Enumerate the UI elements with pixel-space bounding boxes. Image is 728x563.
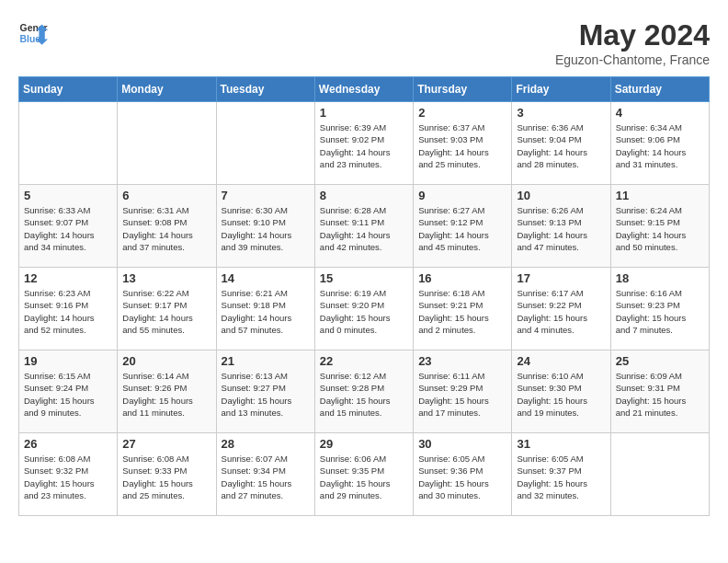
day-info: Sunrise: 6:31 AM Sunset: 9:08 PM Dayligh… [122, 204, 210, 253]
calendar-cell: 28Sunrise: 6:07 AM Sunset: 9:34 PM Dayli… [216, 433, 314, 516]
day-number: 25 [616, 354, 704, 368]
day-number: 5 [24, 189, 112, 202]
day-info: Sunrise: 6:22 AM Sunset: 9:17 PM Dayligh… [122, 287, 210, 336]
day-number: 7 [222, 189, 310, 202]
weekday-header-tuesday: Tuesday [216, 77, 314, 102]
day-number: 10 [517, 189, 605, 202]
calendar-cell [118, 102, 216, 185]
day-info: Sunrise: 6:06 AM Sunset: 9:35 PM Dayligh… [320, 453, 408, 501]
calendar-cell: 2Sunrise: 6:37 AM Sunset: 9:03 PM Daylig… [414, 102, 512, 185]
day-info: Sunrise: 6:12 AM Sunset: 9:28 PM Dayligh… [320, 370, 408, 419]
calendar-cell: 27Sunrise: 6:08 AM Sunset: 9:33 PM Dayli… [118, 433, 216, 516]
day-number: 4 [616, 106, 704, 120]
calendar-cell: 1Sunrise: 6:39 AM Sunset: 9:02 PM Daylig… [314, 102, 413, 185]
weekday-header-saturday: Saturday [610, 77, 709, 102]
calendar-cell: 24Sunrise: 6:10 AM Sunset: 9:30 PM Dayli… [512, 350, 610, 433]
day-info: Sunrise: 6:10 AM Sunset: 9:30 PM Dayligh… [517, 370, 605, 419]
logo: General Blue [18, 18, 48, 48]
day-info: Sunrise: 6:24 AM Sunset: 9:15 PM Dayligh… [616, 204, 704, 253]
day-info: Sunrise: 6:23 AM Sunset: 9:16 PM Dayligh… [24, 287, 112, 336]
calendar-cell: 10Sunrise: 6:26 AM Sunset: 9:13 PM Dayli… [512, 185, 610, 268]
day-info: Sunrise: 6:27 AM Sunset: 9:12 PM Dayligh… [418, 204, 506, 253]
calendar-cell: 26Sunrise: 6:08 AM Sunset: 9:32 PM Dayli… [19, 433, 118, 516]
calendar-cell: 5Sunrise: 6:33 AM Sunset: 9:07 PM Daylig… [19, 185, 118, 268]
day-number: 30 [418, 437, 506, 451]
day-number: 3 [517, 106, 605, 120]
calendar-week-row: 26Sunrise: 6:08 AM Sunset: 9:32 PM Dayli… [19, 433, 710, 516]
day-number: 21 [222, 354, 310, 368]
day-number: 24 [517, 354, 605, 368]
day-info: Sunrise: 6:05 AM Sunset: 9:37 PM Dayligh… [517, 453, 605, 501]
day-info: Sunrise: 6:16 AM Sunset: 9:23 PM Dayligh… [616, 287, 704, 336]
day-number: 19 [24, 354, 112, 368]
day-info: Sunrise: 6:33 AM Sunset: 9:07 PM Dayligh… [24, 204, 112, 253]
day-info: Sunrise: 6:21 AM Sunset: 9:18 PM Dayligh… [222, 287, 310, 336]
calendar-week-row: 1Sunrise: 6:39 AM Sunset: 9:02 PM Daylig… [19, 102, 710, 185]
weekday-header-thursday: Thursday [414, 77, 512, 102]
calendar-cell: 12Sunrise: 6:23 AM Sunset: 9:16 PM Dayli… [19, 268, 118, 350]
day-number: 9 [418, 189, 506, 202]
day-info: Sunrise: 6:08 AM Sunset: 9:33 PM Dayligh… [122, 453, 210, 501]
calendar-cell: 7Sunrise: 6:30 AM Sunset: 9:10 PM Daylig… [216, 185, 314, 268]
calendar-cell [216, 102, 314, 185]
calendar-cell: 4Sunrise: 6:34 AM Sunset: 9:06 PM Daylig… [610, 102, 709, 185]
day-info: Sunrise: 6:11 AM Sunset: 9:29 PM Dayligh… [418, 370, 506, 419]
day-info: Sunrise: 6:15 AM Sunset: 9:24 PM Dayligh… [24, 370, 112, 419]
weekday-header-wednesday: Wednesday [314, 77, 413, 102]
day-number: 14 [222, 271, 310, 285]
day-info: Sunrise: 6:17 AM Sunset: 9:22 PM Dayligh… [517, 287, 605, 336]
calendar-week-row: 12Sunrise: 6:23 AM Sunset: 9:16 PM Dayli… [19, 268, 710, 350]
day-info: Sunrise: 6:37 AM Sunset: 9:03 PM Dayligh… [418, 121, 506, 170]
calendar-cell [19, 102, 118, 185]
day-info: Sunrise: 6:19 AM Sunset: 9:20 PM Dayligh… [320, 287, 408, 336]
calendar-cell: 25Sunrise: 6:09 AM Sunset: 9:31 PM Dayli… [610, 350, 709, 433]
day-number: 1 [320, 106, 408, 120]
calendar-cell: 23Sunrise: 6:11 AM Sunset: 9:29 PM Dayli… [414, 350, 512, 433]
calendar-cell: 16Sunrise: 6:18 AM Sunset: 9:21 PM Dayli… [414, 268, 512, 350]
day-number: 22 [320, 354, 408, 368]
day-number: 2 [418, 106, 506, 120]
calendar-cell: 11Sunrise: 6:24 AM Sunset: 9:15 PM Dayli… [610, 185, 709, 268]
day-info: Sunrise: 6:30 AM Sunset: 9:10 PM Dayligh… [222, 204, 310, 253]
calendar-table: SundayMondayTuesdayWednesdayThursdayFrid… [18, 76, 710, 516]
day-number: 8 [320, 189, 408, 202]
day-number: 18 [616, 271, 704, 285]
svg-text:Blue: Blue [20, 34, 41, 44]
day-info: Sunrise: 6:28 AM Sunset: 9:11 PM Dayligh… [320, 204, 408, 253]
weekday-header-row: SundayMondayTuesdayWednesdayThursdayFrid… [19, 77, 710, 102]
calendar-cell: 17Sunrise: 6:17 AM Sunset: 9:22 PM Dayli… [512, 268, 610, 350]
day-info: Sunrise: 6:08 AM Sunset: 9:32 PM Dayligh… [24, 453, 112, 501]
day-number: 11 [616, 189, 704, 202]
day-number: 29 [320, 437, 408, 451]
weekday-header-friday: Friday [512, 77, 610, 102]
title-block: May 2024 Eguzon-Chantome, France [555, 18, 710, 67]
calendar-cell: 19Sunrise: 6:15 AM Sunset: 9:24 PM Dayli… [19, 350, 118, 433]
day-number: 13 [122, 271, 210, 285]
logo-icon: General Blue [18, 18, 48, 48]
location-subtitle: Eguzon-Chantome, France [555, 52, 710, 67]
calendar-cell: 15Sunrise: 6:19 AM Sunset: 9:20 PM Dayli… [314, 268, 413, 350]
day-number: 16 [418, 271, 506, 285]
day-info: Sunrise: 6:39 AM Sunset: 9:02 PM Dayligh… [320, 121, 408, 170]
calendar-cell: 20Sunrise: 6:14 AM Sunset: 9:26 PM Dayli… [118, 350, 216, 433]
weekday-header-sunday: Sunday [19, 77, 118, 102]
day-number: 26 [24, 437, 112, 451]
weekday-header-monday: Monday [118, 77, 216, 102]
calendar-cell: 18Sunrise: 6:16 AM Sunset: 9:23 PM Dayli… [610, 268, 709, 350]
calendar-cell: 9Sunrise: 6:27 AM Sunset: 9:12 PM Daylig… [414, 185, 512, 268]
day-number: 15 [320, 271, 408, 285]
day-number: 6 [122, 189, 210, 202]
calendar-cell: 13Sunrise: 6:22 AM Sunset: 9:17 PM Dayli… [118, 268, 216, 350]
calendar-cell: 8Sunrise: 6:28 AM Sunset: 9:11 PM Daylig… [314, 185, 413, 268]
calendar-cell: 31Sunrise: 6:05 AM Sunset: 9:37 PM Dayli… [512, 433, 610, 516]
calendar-cell: 29Sunrise: 6:06 AM Sunset: 9:35 PM Dayli… [314, 433, 413, 516]
day-number: 20 [122, 354, 210, 368]
day-info: Sunrise: 6:18 AM Sunset: 9:21 PM Dayligh… [418, 287, 506, 336]
calendar-cell [610, 433, 709, 516]
day-info: Sunrise: 6:14 AM Sunset: 9:26 PM Dayligh… [122, 370, 210, 419]
calendar-cell: 14Sunrise: 6:21 AM Sunset: 9:18 PM Dayli… [216, 268, 314, 350]
day-info: Sunrise: 6:05 AM Sunset: 9:36 PM Dayligh… [418, 453, 506, 501]
day-info: Sunrise: 6:36 AM Sunset: 9:04 PM Dayligh… [517, 121, 605, 170]
day-info: Sunrise: 6:09 AM Sunset: 9:31 PM Dayligh… [616, 370, 704, 419]
day-info: Sunrise: 6:34 AM Sunset: 9:06 PM Dayligh… [616, 121, 704, 170]
